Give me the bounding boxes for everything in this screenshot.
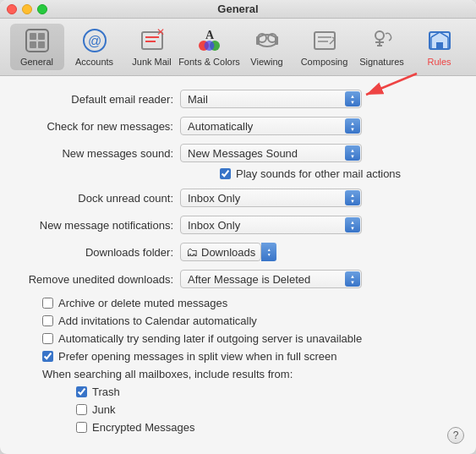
- add-calendar-row: Add invitations to Calendar automaticall…: [42, 315, 459, 327]
- toolbar-item-rules[interactable]: Rules: [413, 24, 467, 70]
- toolbar-label-rules: Rules: [427, 57, 451, 67]
- play-sounds-label: Play sounds for other mail actions: [236, 167, 401, 180]
- toolbar-item-junk-mail[interactable]: ✕ Junk Mail: [125, 24, 179, 70]
- svg-rect-32: [436, 42, 443, 49]
- encrypted-checkbox[interactable]: [76, 422, 87, 433]
- rules-icon: [426, 27, 453, 54]
- junk-mail-icon: ✕: [139, 27, 166, 54]
- archive-delete-label: Archive or delete muted messages: [58, 297, 227, 309]
- split-view-row: Prefer opening messages in split view wh…: [42, 350, 459, 363]
- help-button[interactable]: ?: [447, 427, 464, 444]
- dock-unread-select[interactable]: Inbox Only All Mailboxes: [180, 189, 362, 207]
- search-section: When searching all mailboxes, include re…: [42, 368, 459, 434]
- toolbar-label-general: General: [20, 57, 53, 67]
- archive-delete-checkbox[interactable]: [42, 298, 53, 309]
- toolbar-item-signatures[interactable]: Signatures: [355, 24, 409, 70]
- fonts-colors-icon: A: [196, 27, 223, 54]
- add-calendar-checkbox[interactable]: [42, 315, 53, 326]
- archive-delete-row: Archive or delete muted messages: [42, 297, 459, 309]
- toolbar-item-viewing[interactable]: Viewing: [240, 24, 294, 70]
- remove-downloads-row: Remove unedited downloads: After Message…: [17, 270, 459, 288]
- dock-unread-row: Dock unread count: Inbox Only All Mailbo…: [17, 189, 459, 207]
- check-new-label: Check for new messages:: [17, 120, 173, 133]
- toolbar-item-accounts[interactable]: @ Accounts: [68, 24, 122, 70]
- downloads-control: 🗂 Downloads: [180, 243, 459, 261]
- maximize-button[interactable]: [37, 4, 47, 14]
- search-checkboxes: Trash Junk Encrypted Messages: [76, 386, 459, 434]
- notifications-select[interactable]: Inbox Only All Mailboxes VIP Only: [180, 216, 362, 234]
- new-sound-select-wrapper: New Messages Sound None Bamboo Blow: [180, 144, 362, 162]
- dock-unread-select-wrapper: Inbox Only All Mailboxes: [180, 189, 362, 207]
- default-email-row: Default email reader: Mail: [17, 90, 459, 108]
- check-new-select[interactable]: Automatically Every Minute Every 5 Minut…: [180, 117, 362, 135]
- toolbar-label-signatures: Signatures: [359, 57, 404, 67]
- add-calendar-label: Add invitations to Calendar automaticall…: [58, 315, 257, 327]
- default-email-control: Mail: [180, 90, 459, 108]
- window-title: General: [217, 3, 258, 15]
- auto-send-row: Automatically try sending later if outgo…: [42, 332, 459, 345]
- default-email-select-wrapper: Mail: [180, 90, 362, 108]
- split-view-checkbox[interactable]: [42, 351, 53, 362]
- traffic-lights: [7, 4, 47, 14]
- svg-rect-2: [38, 33, 45, 40]
- toolbar: General @ Accounts ✕ Junk Mail: [0, 19, 476, 76]
- junk-checkbox[interactable]: [76, 404, 87, 415]
- toolbar-label-viewing: Viewing: [250, 57, 282, 67]
- junk-label: Junk: [92, 403, 115, 416]
- auto-send-checkbox[interactable]: [42, 333, 53, 344]
- toolbar-label-junk-mail: Junk Mail: [132, 57, 171, 67]
- svg-point-15: [257, 35, 277, 46]
- new-sound-row: New messages sound: New Messages Sound N…: [17, 144, 459, 162]
- viewing-icon: [254, 27, 281, 54]
- svg-rect-20: [315, 32, 335, 49]
- encrypted-label: Encrypted Messages: [92, 421, 194, 434]
- toolbar-label-composing: Composing: [301, 57, 348, 67]
- titlebar: General: [0, 0, 476, 19]
- toolbar-item-composing[interactable]: Composing: [298, 24, 352, 70]
- search-label: When searching all mailboxes, include re…: [42, 368, 459, 380]
- signatures-icon: [369, 27, 396, 54]
- svg-rect-4: [38, 41, 45, 48]
- svg-text:A: A: [205, 29, 214, 41]
- trash-row: Trash: [76, 386, 459, 398]
- check-new-row: Check for new messages: Automatically Ev…: [17, 117, 459, 135]
- accounts-icon: @: [81, 27, 108, 54]
- svg-text:@: @: [87, 34, 101, 48]
- toolbar-item-fonts-colors[interactable]: A Fonts & Colors: [183, 24, 237, 70]
- notifications-row: New message notifications: Inbox Only Al…: [17, 216, 459, 234]
- check-new-select-wrapper: Automatically Every Minute Every 5 Minut…: [180, 117, 362, 135]
- settings-content: Default email reader: Mail Check for new…: [0, 76, 476, 454]
- downloads-label: Downloads folder:: [17, 246, 173, 259]
- svg-rect-1: [30, 33, 36, 40]
- remove-downloads-select-wrapper: After Message is Deleted When Mail Quits…: [180, 270, 362, 288]
- svg-rect-0: [26, 30, 48, 52]
- dock-unread-control: Inbox Only All Mailboxes: [180, 189, 459, 207]
- remove-downloads-select[interactable]: After Message is Deleted When Mail Quits…: [180, 270, 362, 288]
- svg-rect-19: [275, 36, 278, 45]
- close-button[interactable]: [7, 4, 17, 14]
- split-view-label: Prefer opening messages in split view wh…: [58, 350, 337, 363]
- downloads-folder-label: Downloads: [201, 246, 255, 259]
- svg-rect-3: [30, 41, 36, 48]
- default-email-select[interactable]: Mail: [180, 90, 362, 108]
- downloads-folder-button[interactable]: 🗂 Downloads: [180, 243, 261, 261]
- notifications-select-wrapper: Inbox Only All Mailboxes VIP Only: [180, 216, 362, 234]
- toolbar-item-general[interactable]: General: [10, 24, 64, 70]
- new-sound-select[interactable]: New Messages Sound None Bamboo Blow: [180, 144, 362, 162]
- play-sounds-row: Play sounds for other mail actions: [220, 167, 459, 180]
- downloads-folder-arrow-icon[interactable]: [261, 243, 276, 261]
- check-new-control: Automatically Every Minute Every 5 Minut…: [180, 117, 459, 135]
- trash-checkbox[interactable]: [76, 386, 87, 397]
- svg-point-13: [204, 41, 214, 51]
- new-sound-control: New Messages Sound None Bamboo Blow: [180, 144, 459, 162]
- folder-icon: 🗂: [186, 245, 198, 259]
- notifications-control: Inbox Only All Mailboxes VIP Only: [180, 216, 459, 234]
- toolbar-label-accounts: Accounts: [75, 57, 113, 67]
- junk-row: Junk: [76, 403, 459, 416]
- auto-send-label: Automatically try sending later if outgo…: [58, 332, 362, 345]
- remove-downloads-control: After Message is Deleted When Mail Quits…: [180, 270, 459, 288]
- downloads-row: Downloads folder: 🗂 Downloads: [17, 243, 459, 261]
- encrypted-row: Encrypted Messages: [76, 421, 459, 434]
- play-sounds-checkbox[interactable]: [220, 168, 231, 179]
- minimize-button[interactable]: [22, 4, 32, 14]
